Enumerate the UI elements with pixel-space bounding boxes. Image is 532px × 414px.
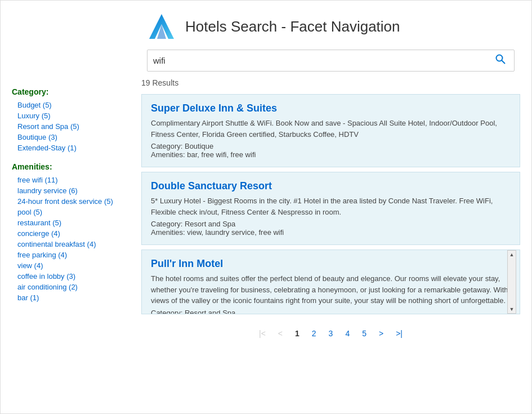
- hotel-description: 5* Luxury Hotel - Biggest Rooms in the c…: [151, 195, 511, 217]
- amenity-facet-link[interactable]: coffee in lobby (3): [12, 271, 119, 282]
- search-button[interactable]: [493, 54, 508, 68]
- hotel-card: Super Deluxe Inn & SuitesComplimentary A…: [141, 94, 520, 167]
- category-facet-link[interactable]: Extended-Stay (1): [12, 143, 119, 153]
- amenity-facet-link[interactable]: continental breakfast (4): [12, 239, 119, 250]
- logo-icon: [147, 12, 176, 41]
- pagination-page-1[interactable]: 1: [292, 328, 303, 339]
- hotel-category: Category: Resort and Spa: [151, 309, 511, 315]
- sidebar: Category: Budget (5)Luxury (5)Resort and…: [1, 78, 130, 348]
- search-icon: [495, 54, 506, 65]
- amenity-facet-link[interactable]: view (4): [12, 260, 119, 271]
- amenity-facet-link[interactable]: laundry service (6): [12, 185, 119, 196]
- pagination-page-5[interactable]: 5: [359, 328, 370, 339]
- hotel-description: The hotel rooms and suites offer the per…: [151, 273, 511, 306]
- category-facet-link[interactable]: Budget (5): [12, 100, 119, 110]
- hotel-amenities: Amenities: bar, free wifi, free wifi: [151, 150, 511, 159]
- pagination: |<<12345>>|: [141, 319, 520, 348]
- results-area: 19 Results Super Deluxe Inn & SuitesComp…: [130, 78, 531, 348]
- hotel-category: Category: Boutique: [151, 142, 511, 150]
- amenity-facet-link[interactable]: free wifi (11): [12, 175, 119, 185]
- main-layout: Category: Budget (5)Luxury (5)Resort and…: [1, 78, 531, 348]
- results-count: 19 Results: [141, 78, 520, 87]
- category-facet-link[interactable]: Luxury (5): [12, 110, 119, 121]
- hotel-card: Pull'r Inn MotelThe hotel rooms and suit…: [141, 250, 520, 314]
- header: Hotels Search - Facet Navigation: [1, 1, 531, 50]
- search-input[interactable]: [153, 56, 493, 65]
- scroll-up-arrow[interactable]: ▲: [509, 252, 515, 257]
- amenity-facet-link[interactable]: concierge (4): [12, 228, 119, 239]
- amenity-facet-link[interactable]: free parking (4): [12, 250, 119, 260]
- search-bar: [147, 50, 515, 72]
- svg-line-3: [502, 60, 505, 64]
- amenity-facet-link[interactable]: 24-hour front desk service (5): [12, 196, 119, 207]
- category-label: Category:: [12, 87, 119, 96]
- pagination-prev[interactable]: <: [275, 328, 286, 339]
- hotel-title[interactable]: Pull'r Inn Motel: [151, 258, 511, 270]
- pagination-first[interactable]: |<: [256, 328, 269, 339]
- amenity-facet-link[interactable]: pool (5): [12, 207, 119, 217]
- amenities-list: free wifi (11)laundry service (6)24-hour…: [12, 175, 119, 303]
- category-facet-link[interactable]: Resort and Spa (5): [12, 121, 119, 132]
- hotel-card: Double Sanctuary Resort5* Luxury Hotel -…: [141, 172, 520, 245]
- amenity-facet-link[interactable]: restaurant (5): [12, 217, 119, 228]
- scroll-down-arrow[interactable]: ▼: [509, 306, 515, 312]
- hotel-category: Category: Resort and Spa: [151, 220, 511, 228]
- amenity-facet-link[interactable]: bar (1): [12, 292, 119, 303]
- pagination-page-3[interactable]: 3: [325, 328, 337, 339]
- pagination-next[interactable]: >: [375, 328, 387, 339]
- category-list: Budget (5)Luxury (5)Resort and Spa (5)Bo…: [12, 100, 119, 153]
- svg-point-2: [497, 55, 503, 61]
- category-facet-link[interactable]: Boutique (3): [12, 132, 119, 143]
- hotel-description: Complimentary Airport Shuttle & WiFi. Bo…: [151, 118, 511, 140]
- page-title: Hotels Search - Facet Navigation: [185, 18, 400, 35]
- hotel-amenities: Amenities: view, laundry service, free w…: [151, 228, 511, 237]
- scroll-bar[interactable]: ▲ ▼: [507, 250, 516, 314]
- search-bar-container: [1, 50, 531, 72]
- amenity-facet-link[interactable]: air conditioning (2): [12, 282, 119, 292]
- pagination-last[interactable]: >|: [392, 328, 406, 339]
- hotel-title[interactable]: Double Sanctuary Resort: [151, 180, 511, 192]
- hotel-list: Super Deluxe Inn & SuitesComplimentary A…: [141, 94, 520, 314]
- hotel-title[interactable]: Super Deluxe Inn & Suites: [151, 103, 511, 114]
- pagination-page-2[interactable]: 2: [309, 328, 320, 339]
- pagination-page-4[interactable]: 4: [342, 328, 353, 339]
- amenities-label: Amenities:: [12, 162, 119, 171]
